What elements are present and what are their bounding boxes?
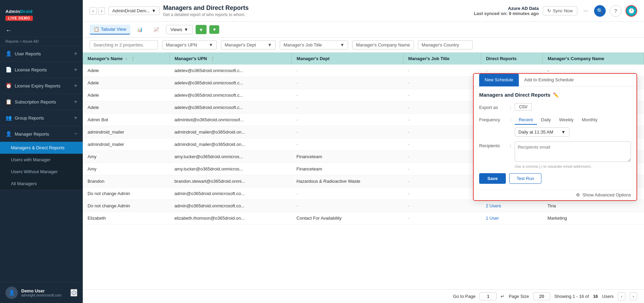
- filter-dropdown-button[interactable]: ▼: [209, 25, 219, 34]
- views-button[interactable]: Views ▼: [166, 25, 193, 34]
- page-input[interactable]: [479, 292, 497, 300]
- sidebar-item-all-managers[interactable]: All Managers: [0, 178, 83, 190]
- power-button[interactable]: ⏻: [70, 289, 77, 297]
- more-options-button[interactable]: ···: [581, 7, 590, 15]
- col-manager-company[interactable]: Manager's Company Name: [543, 53, 644, 65]
- cell-manager-job-title: -: [403, 114, 481, 126]
- page-title: Managers and Direct Reports: [163, 4, 249, 12]
- add-existing-schedule-tab[interactable]: Add to Existing Schedule: [519, 74, 579, 86]
- nav-arrows: ‹ ›: [90, 7, 105, 15]
- group-label: Group Reports: [15, 115, 44, 121]
- sidebar-item-license-reports[interactable]: 📄License Reports +: [0, 62, 83, 78]
- user-reports-label: User Reports: [15, 51, 41, 56]
- test-run-button[interactable]: Test Run: [509, 173, 541, 184]
- col-manager-name[interactable]: Manager's Name ↑ ⋮: [83, 53, 170, 65]
- schedule-tabs: New Schedule Add to Existing Schedule: [474, 74, 636, 86]
- advanced-options[interactable]: ⚙ Show Advanced Options: [474, 189, 636, 200]
- export-colon: :: [510, 103, 515, 110]
- sync-now-button[interactable]: ↻ Sync Now: [543, 6, 577, 15]
- freq-recent-tab[interactable]: Recent: [515, 115, 537, 125]
- table-container: Manager's Name ↑ ⋮ Manager's UPN ⋮ Manag…: [83, 53, 644, 289]
- col-manager-dept[interactable]: Manager's Dept: [292, 53, 403, 65]
- sidebar-item-users-with-manager[interactable]: Users with Manager: [0, 154, 83, 166]
- filter-down-icon: ▼: [212, 27, 216, 32]
- sidebar-item-license-expiry-reports[interactable]: ⏰License Expiry Reports +: [0, 78, 83, 94]
- sidebar-item-managers-direct[interactable]: Managers & Direct Reports: [0, 142, 83, 154]
- cell-manager-name: Amy: [83, 151, 170, 163]
- cell-manager-upn: adelev@o365droid.onmicrosoft.c...: [170, 89, 292, 101]
- cell-manager-company: Marketing: [543, 212, 644, 224]
- filter-button[interactable]: ▼: [196, 25, 207, 34]
- logo-admin: Admin: [5, 9, 20, 14]
- edit-title-icon[interactable]: ✏️: [553, 92, 559, 98]
- gear-icon: ⚙: [576, 192, 580, 197]
- cell-manager-name: Do not change Admin: [83, 188, 170, 200]
- cell-manager-name: Do not change Admin: [83, 200, 170, 212]
- col-manager-dept-label: Manager's Dept: [297, 56, 329, 61]
- manager-job-title-filter[interactable]: Manager's Job Title ▼: [280, 40, 348, 50]
- drag-col-manager-name-icon[interactable]: ⋮: [131, 56, 135, 61]
- sidebar-item-group-reports[interactable]: 👥Group Reports +: [0, 110, 83, 126]
- manager-job-dropdown-icon: ▼: [340, 42, 344, 47]
- schedule-popup: New Schedule Add to Existing Schedule Ma…: [473, 73, 637, 201]
- search-icon-button[interactable]: 🔍: [594, 5, 606, 17]
- cell-manager-job-title: -: [403, 77, 481, 89]
- sidebar-item-users-without-manager[interactable]: Users Without Manager: [0, 166, 83, 178]
- drag-col-upn-icon[interactable]: ⋮: [210, 56, 215, 61]
- manager-upn-filter[interactable]: Manager's UPN ▼: [162, 40, 217, 50]
- top-header: ‹ › AdminDroid Dem... ▼ Managers and Dir…: [83, 0, 644, 22]
- cell-manager-name: Adele: [83, 65, 170, 77]
- cell-direct-reports[interactable]: 2 Users: [481, 200, 542, 212]
- sidebar-item-manager-reports[interactable]: 👤Manager Reports −: [0, 126, 83, 142]
- total-count: 16: [593, 294, 598, 299]
- prev-page-button[interactable]: ‹: [618, 292, 625, 300]
- back-button[interactable]: ←: [5, 27, 12, 34]
- sidebar-back[interactable]: ←: [0, 24, 83, 37]
- nav-section-subscription-reports: 📋Subscription Reports +: [0, 94, 83, 110]
- tabular-view-label: Tabular View: [101, 27, 126, 32]
- cell-manager-dept: Contact For Availability: [292, 212, 403, 224]
- next-page-button[interactable]: ›: [630, 292, 637, 300]
- nav-forward-button[interactable]: ›: [98, 7, 105, 15]
- cell-manager-dept: -: [292, 138, 403, 151]
- chart-view-tab[interactable]: 📊: [133, 25, 147, 34]
- manager-company-filter[interactable]: Manager's Company Name: [352, 40, 414, 50]
- cell-manager-dept: -: [292, 89, 403, 101]
- cell-manager-upn: brandon.stewart@o365droid.onmi...: [170, 175, 292, 188]
- schedule-icon-button[interactable]: 🕐: [626, 5, 637, 17]
- user-name: Demo User: [21, 288, 67, 293]
- cell-direct-reports[interactable]: 1 User: [481, 212, 542, 224]
- breadcrumb-select-label: AdminDroid Dem...: [112, 8, 150, 13]
- breadcrumb-select[interactable]: AdminDroid Dem... ▼: [108, 6, 160, 15]
- cell-manager-dept: -: [292, 101, 403, 114]
- tabular-view-tab[interactable]: 📋 Tabular View: [90, 25, 130, 35]
- page-size-input[interactable]: [533, 292, 550, 300]
- frequency-dropdown[interactable]: Daily at 11:35 AM ▼: [515, 127, 569, 137]
- cell-manager-job-title: -: [403, 151, 481, 163]
- col-manager-job-title[interactable]: Manager's Job Title: [403, 53, 481, 65]
- manager-country-filter[interactable]: Manager's Country: [418, 40, 473, 50]
- manager-dept-filter[interactable]: Manager's Dept ▼: [221, 40, 276, 50]
- nav-section-group-reports: 👥Group Reports +: [0, 110, 83, 126]
- recipients-input[interactable]: [515, 141, 631, 162]
- sort-manager-name-icon[interactable]: ↑: [125, 57, 127, 61]
- col-manager-upn[interactable]: Manager's UPN ⋮: [170, 53, 292, 65]
- freq-daily-tab[interactable]: Daily: [537, 115, 555, 125]
- freq-dropdown-chevron: ▼: [561, 129, 566, 135]
- sidebar-item-user-reports[interactable]: 👤User Reports +: [0, 46, 83, 61]
- new-schedule-tab[interactable]: New Schedule: [479, 74, 519, 86]
- freq-weekly-tab[interactable]: Weekly: [555, 115, 578, 125]
- export-label: Export as: [479, 103, 510, 110]
- another-view-tab[interactable]: 📈: [149, 25, 163, 34]
- cell-manager-name: Adele: [83, 101, 170, 114]
- export-row: Export as : CSV: [479, 103, 631, 111]
- help-icon-button[interactable]: ?: [610, 5, 621, 17]
- freq-monthly-tab[interactable]: Monthly: [578, 115, 602, 125]
- header-right: Azure AD Data Last synced on: 9 minutes …: [474, 5, 637, 17]
- col-direct-reports[interactable]: Direct Reports: [481, 53, 542, 65]
- search-input[interactable]: [90, 40, 158, 50]
- views-label: Views: [170, 27, 182, 32]
- sidebar-item-subscription-reports[interactable]: 📋Subscription Reports +: [0, 94, 83, 110]
- nav-back-button[interactable]: ‹: [90, 7, 97, 15]
- save-button[interactable]: Save: [479, 173, 506, 184]
